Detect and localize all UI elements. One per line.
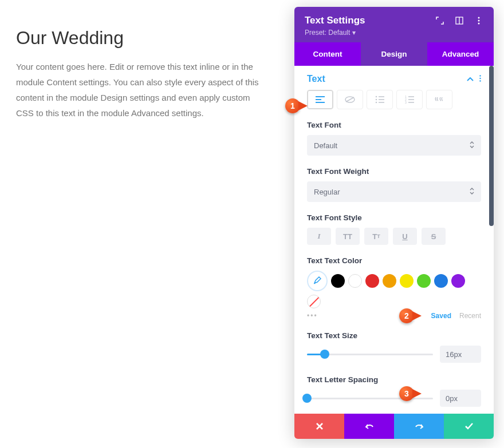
svg-point-4 [478, 23, 480, 25]
tab-design[interactable]: Design [361, 42, 427, 66]
group-header-text[interactable]: Text [294, 66, 494, 90]
page-body: Your content goes here. Edit or remove t… [16, 59, 262, 121]
group-more-icon[interactable] [479, 74, 481, 84]
page-content: Our Wedding Your content goes here. Edit… [16, 27, 262, 121]
color-swatch-white[interactable] [348, 274, 362, 288]
page-title: Our Wedding [16, 27, 262, 49]
expand-icon[interactable] [435, 16, 444, 25]
svg-point-7 [479, 80, 481, 81]
color-more-icon[interactable]: ••• [307, 312, 318, 320]
text-element-toolbar: 123 [307, 90, 481, 109]
callout-3: 3 [399, 385, 427, 402]
cancel-button[interactable] [294, 414, 344, 439]
color-label: Text Text Color [307, 256, 481, 265]
eyedropper-button[interactable] [307, 271, 328, 291]
caret-icon [470, 188, 474, 196]
svg-text:3: 3 [405, 101, 407, 104]
weight-select[interactable]: Regular [307, 181, 481, 202]
weight-value: Regular [314, 188, 340, 196]
columns-icon[interactable] [455, 16, 464, 25]
color-meta: ••• Saved Recent [307, 312, 481, 320]
svg-point-15 [376, 99, 377, 101]
svg-point-5 [479, 75, 481, 76]
svg-line-12 [346, 97, 354, 102]
smallcaps-button[interactable]: TT [364, 228, 388, 245]
color-swatch-orange[interactable] [383, 274, 396, 288]
panel-body[interactable]: Text [294, 66, 494, 414]
text-size-slider-row: 16px [307, 346, 481, 363]
ul-icon[interactable] [367, 90, 393, 109]
link-icon[interactable] [337, 90, 363, 109]
text-size-input[interactable]: 16px [440, 346, 481, 363]
svg-point-2 [478, 17, 480, 19]
settings-panel: Text Settings Preset: Default ▾ Content … [294, 7, 494, 439]
size-label: Text Text Size [307, 331, 481, 340]
color-swatch-green[interactable] [417, 274, 431, 288]
group-content: 123 Text Font Default Text Font Weight R… [294, 90, 494, 414]
save-button[interactable] [444, 414, 494, 439]
redo-button[interactable] [394, 414, 444, 439]
text-size-slider[interactable] [307, 348, 433, 360]
uppercase-button[interactable]: TT [336, 228, 360, 245]
color-swatch-blue[interactable] [434, 274, 448, 288]
panel-header: Text Settings Preset: Default ▾ [294, 7, 494, 42]
ol-icon[interactable]: 123 [396, 90, 423, 109]
letter-spacing-input[interactable]: 0px [440, 390, 481, 407]
color-swatch-yellow[interactable] [400, 274, 414, 288]
caret-icon [470, 141, 474, 149]
letter-spacing-slider-row: 0px [307, 390, 481, 407]
font-label: Text Font [307, 121, 481, 129]
color-swatch-black[interactable] [331, 274, 345, 288]
font-value: Default [314, 141, 337, 150]
underline-button[interactable]: U [393, 228, 417, 245]
style-label: Text Font Style [307, 213, 481, 222]
color-saved-tab[interactable]: Saved [431, 312, 451, 320]
strikethrough-button[interactable]: S [422, 228, 446, 245]
color-swatch-purple[interactable] [451, 274, 465, 288]
color-swatch-red[interactable] [365, 274, 379, 288]
group-title: Text [307, 74, 325, 84]
panel-footer [294, 414, 494, 439]
preset-dropdown[interactable]: Preset: Default ▾ [305, 29, 483, 37]
spacing-label: Text Letter Spacing [307, 375, 481, 384]
undo-button[interactable] [344, 414, 394, 439]
style-row: I TT TT U S [307, 228, 481, 245]
more-icon[interactable] [474, 16, 483, 25]
svg-point-6 [479, 78, 481, 79]
tab-advanced[interactable]: Advanced [427, 42, 494, 66]
collapse-icon[interactable] [467, 74, 474, 84]
quote-icon[interactable] [426, 90, 452, 109]
font-select[interactable]: Default [307, 135, 481, 156]
scrollbar[interactable] [489, 66, 494, 226]
callout-2: 2 [399, 307, 427, 324]
tab-content[interactable]: Content [294, 42, 361, 66]
color-swatch-none[interactable] [307, 295, 321, 308]
panel-tabs: Content Design Advanced [294, 42, 494, 66]
svg-point-13 [376, 96, 377, 98]
svg-point-3 [478, 20, 480, 22]
weight-label: Text Font Weight [307, 167, 481, 176]
color-swatch-row [307, 271, 481, 308]
panel-title: Text Settings [305, 15, 365, 26]
callout-1: 1 [285, 97, 313, 114]
svg-point-17 [376, 102, 377, 104]
italic-button[interactable]: I [307, 228, 331, 245]
color-recent-tab[interactable]: Recent [459, 312, 481, 320]
